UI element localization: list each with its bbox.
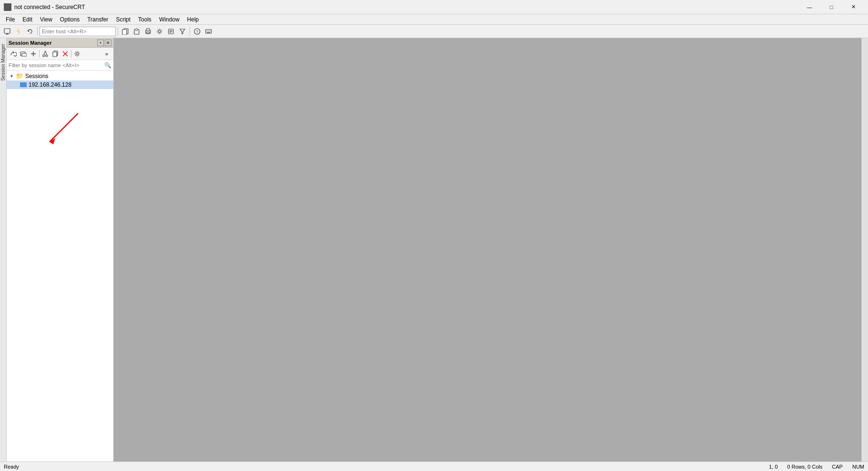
session-tool-more[interactable]: » xyxy=(102,49,111,59)
title-bar: not connected - SecureCRT — □ ✕ xyxy=(0,0,868,14)
svg-rect-27 xyxy=(22,53,27,56)
session-panel-header: Session Manager • ✕ xyxy=(7,38,113,48)
filter-search-icon[interactable]: 🔍 xyxy=(104,62,111,69)
toolbar-keybrd-btn[interactable] xyxy=(203,26,214,37)
toolbar-settings-btn[interactable] xyxy=(154,26,165,37)
session-tool-cut[interactable] xyxy=(40,49,50,59)
toolbar-help-btn[interactable]: ? xyxy=(192,26,202,37)
close-button[interactable]: ✕ xyxy=(842,0,864,14)
session-toolbar-sep2 xyxy=(71,50,71,58)
toolbar-sep-1 xyxy=(37,27,38,36)
svg-point-38 xyxy=(76,52,79,55)
minimize-button[interactable]: — xyxy=(798,0,820,14)
session-tool-copy[interactable] xyxy=(50,49,60,59)
session-tool-connect[interactable] xyxy=(9,49,18,59)
status-dimensions: 0 Rows, 0 Cols xyxy=(787,464,822,470)
session-toolbar: » xyxy=(7,48,113,60)
maximize-button[interactable]: □ xyxy=(820,0,842,14)
svg-rect-7 xyxy=(122,30,127,35)
folder-expand-icon: ▼ xyxy=(10,74,14,79)
svg-point-13 xyxy=(159,30,161,32)
menu-options[interactable]: Options xyxy=(56,14,83,24)
svg-rect-0 xyxy=(5,4,10,10)
menu-window[interactable]: Window xyxy=(155,14,183,24)
svg-text:?: ? xyxy=(196,30,198,34)
session-panel-title: Session Manager xyxy=(9,40,51,46)
toolbar-print-btn[interactable] xyxy=(143,26,153,37)
session-tool-newbox[interactable] xyxy=(19,49,28,59)
sidebar-tab-strip: Session Manager xyxy=(0,38,7,461)
session-filter-input[interactable] xyxy=(9,62,104,68)
sessions-root: ▼ 📁 Sessions 192.168.246.128 xyxy=(7,71,113,89)
sessions-folder[interactable]: ▼ 📁 Sessions xyxy=(7,71,113,80)
svg-rect-9 xyxy=(136,29,138,30)
toolbar-sep-3 xyxy=(190,27,190,36)
sidebar-tab-session-manager[interactable]: Session Manager xyxy=(0,40,7,85)
menu-view[interactable]: View xyxy=(36,14,56,24)
session-toolbar-sep1 xyxy=(39,50,40,58)
status-right: 1, 0 0 Rows, 0 Cols CAP NUM xyxy=(769,464,864,470)
menu-bar: File Edit View Options Transfer Script T… xyxy=(0,14,868,25)
svg-rect-21 xyxy=(206,30,211,33)
menu-edit[interactable]: Edit xyxy=(19,14,36,24)
menu-script[interactable]: Script xyxy=(112,14,134,24)
session-tool-new[interactable] xyxy=(29,49,38,59)
toolbar-sep-2 xyxy=(118,27,118,36)
toolbar-paste-btn[interactable] xyxy=(131,26,142,37)
status-coordinates: 1, 0 xyxy=(769,464,778,470)
window-controls: — □ ✕ xyxy=(798,0,864,14)
svg-line-33 xyxy=(45,51,47,55)
panel-pin-button[interactable]: • xyxy=(97,40,104,46)
session-item-label: 192.168.246.128 xyxy=(29,81,71,88)
menu-help[interactable]: Help xyxy=(183,14,203,24)
window-title: not connected - SecureCRT xyxy=(14,4,85,10)
menu-transfer[interactable]: Transfer xyxy=(83,14,112,24)
session-screen-icon xyxy=(20,82,27,87)
toolbar-reconnect-btn[interactable] xyxy=(25,26,35,37)
folder-icon: 📁 xyxy=(16,72,23,80)
panel-header-controls: • ✕ xyxy=(97,40,111,46)
svg-rect-35 xyxy=(53,52,57,57)
status-text: Ready xyxy=(4,464,19,470)
toolbar-copy-btn[interactable] xyxy=(120,26,130,37)
svg-rect-1 xyxy=(4,29,10,33)
toolbar-filter-btn[interactable] xyxy=(177,26,188,37)
terminal-area xyxy=(114,38,861,461)
session-tool-properties[interactable] xyxy=(72,49,82,59)
main-area: Session Manager Session Manager • ✕ xyxy=(0,38,868,461)
svg-line-32 xyxy=(44,51,45,55)
svg-rect-11 xyxy=(147,29,150,30)
toolbar-log-btn[interactable] xyxy=(166,26,176,37)
status-bar: Ready 1, 0 0 Rows, 0 Cols CAP NUM xyxy=(0,461,868,471)
session-tool-delete[interactable] xyxy=(60,49,70,59)
main-toolbar: ? xyxy=(0,25,868,38)
menu-tools[interactable]: Tools xyxy=(134,14,155,24)
toolbar-lightning-btn[interactable] xyxy=(13,26,24,37)
right-scrollbar[interactable] xyxy=(861,38,868,461)
svg-point-31 xyxy=(46,55,48,57)
svg-marker-18 xyxy=(180,29,185,34)
session-panel: Session Manager • ✕ xyxy=(7,38,114,461)
session-item-192[interactable]: 192.168.246.128 xyxy=(7,80,113,89)
svg-point-30 xyxy=(43,55,45,57)
status-caps: CAP xyxy=(832,464,843,470)
session-tree: ▼ 📁 Sessions 192.168.246.128 xyxy=(7,70,113,461)
app-icon xyxy=(4,3,11,11)
toolbar-connect-btn[interactable] xyxy=(2,26,12,37)
svg-marker-4 xyxy=(17,28,20,35)
sessions-folder-label: Sessions xyxy=(25,73,49,80)
status-num: NUM xyxy=(852,464,864,470)
menu-file[interactable]: File xyxy=(2,14,19,24)
panel-close-button[interactable]: ✕ xyxy=(105,40,111,46)
session-filter-bar: 🔍 xyxy=(7,60,113,70)
host-input[interactable] xyxy=(40,27,116,36)
